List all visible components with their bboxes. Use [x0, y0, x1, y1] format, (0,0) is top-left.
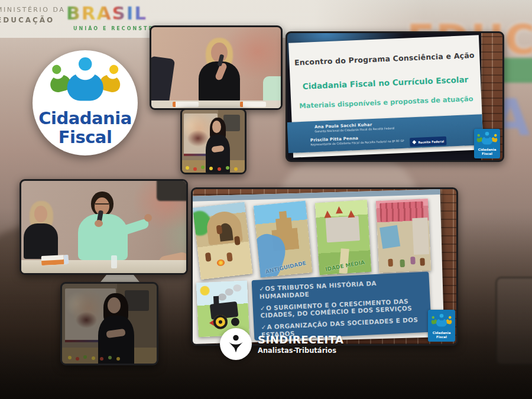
photo-interpreter-panel — [180, 108, 246, 174]
cidadania-people-icon — [431, 314, 452, 328]
cidadania-people-icon — [476, 132, 498, 146]
person-blue-icon — [436, 314, 447, 328]
speaker2-hand-shape — [144, 214, 152, 222]
bullet-text: O SURGIMENTO E O CRESCIMENTO DAS CIDADES… — [260, 297, 412, 319]
guest-torso-shape — [24, 223, 58, 259]
sindireceita-logo: SINDIRECEITA Analistas-Tributários — [220, 328, 374, 364]
glasses-shape — [95, 203, 109, 206]
history-card-middle-ages: IDADE MÉDIA — [315, 200, 371, 275]
cidadania-fiscal-mini-logo: Cidadania Fiscal — [428, 310, 455, 342]
interpreter-face-shape — [212, 121, 221, 133]
interpreter-face-shape — [108, 297, 121, 313]
guest-face-shape — [34, 206, 47, 222]
bullet-item: ✓OS TRIBUTOS NA HISTÓRIA DA HUMANIDADE — [259, 277, 423, 300]
slide-intro-panel: Encontro do Programa Consciência e Ação … — [286, 31, 504, 162]
presenter-1: Ana Paula Sacchi Kuhar Gerente Nacional … — [314, 121, 395, 133]
dark-corner-shape — [157, 179, 188, 201]
mic-hand-shape — [95, 220, 103, 227]
photo-speaker-scene — [151, 27, 281, 108]
interpreter-scene — [182, 110, 245, 173]
sindireceita-person-glyph — [225, 333, 247, 355]
figures-shape — [388, 259, 393, 267]
speaker2-torso-shape — [78, 214, 128, 260]
history-card-prehistory — [193, 202, 252, 280]
badge-line1: Cidadania — [33, 108, 138, 128]
person-blue-icon — [482, 132, 492, 146]
blue-structure-shape — [379, 225, 400, 249]
cidadania-fiscal-badge: Cidadania Fiscal — [33, 50, 138, 155]
interpreter2-scene — [62, 284, 157, 364]
mini-logo-line1: Cidadania — [474, 148, 500, 151]
photo-table-panel — [20, 179, 188, 275]
presenter-2: Priscila Pitta Penna Representante de Ci… — [310, 134, 404, 147]
ministry-line2: EDUCAÇÃO — [0, 16, 65, 24]
badge-line2: Fiscal — [33, 127, 138, 147]
slide-history-panel: ANTIGUIDADE IDADE MÉDIA — [191, 187, 458, 346]
sindireceita-emblem-icon — [220, 328, 252, 360]
name-card-shape — [41, 255, 69, 265]
receita-federal-emblem-icon — [412, 140, 416, 144]
presenters-banner: Ana Paula Sacchi Kuhar Gerente Nacional … — [287, 114, 484, 153]
history-card-antiquity: ANTIGUIDADE — [254, 201, 312, 278]
roof-shape — [347, 206, 355, 218]
slide-intro-title: Encontro do Programa Consciência e Ação — [289, 50, 479, 67]
path-shape — [339, 248, 349, 274]
ministry-line1: MINISTÉRIO DA — [0, 6, 65, 14]
brasil-gov-logo: BRASIL — [66, 2, 147, 24]
sindireceita-name: SINDIRECEITA — [258, 333, 344, 346]
interpreter-torso-shape — [206, 135, 229, 174]
water-glass-shape — [111, 255, 117, 268]
smoke-shape — [233, 284, 242, 292]
roof-shape — [335, 203, 343, 214]
cidadania-fiscal-mini-logo: Cidadania Fiscal — [474, 129, 500, 158]
train-wheel-shape — [213, 314, 228, 329]
bullet-item: ✓O SURGIMENTO E O CRESCIMENTO DAS CIDADE… — [260, 297, 424, 320]
receita-federal-label: Receita Federal — [418, 139, 444, 144]
equipment-shape — [223, 115, 240, 131]
table-card-shape — [240, 102, 266, 107]
interpreter-torso-shape — [98, 316, 134, 365]
mini-logo-line2: Fiscal — [474, 152, 500, 155]
sun-shape — [200, 286, 210, 296]
building-shape — [412, 218, 429, 255]
train-wheel-shape — [231, 317, 240, 326]
history-card-modern-city — [376, 199, 431, 273]
roof-shape — [323, 207, 331, 218]
campfire-shape — [216, 259, 225, 266]
ministry-label: MINISTÉRIO DA EDUCAÇÃO — [0, 6, 65, 24]
backdrop-ghost-panel — [495, 277, 532, 365]
mini-logo-line1: Cidadania — [428, 331, 455, 335]
mini-logo-line2: Fiscal — [428, 335, 455, 339]
bullet-text: OS TRIBUTOS NA HISTÓRIA DA HUMANIDADE — [259, 280, 377, 300]
check-icon: ✓ — [259, 285, 265, 292]
photo-interpreter2-panel — [60, 282, 158, 365]
slide-history-page: ANTIGUIDADE IDADE MÉDIA — [191, 189, 444, 344]
table-card-shape — [173, 102, 199, 107]
figures-shape — [205, 252, 212, 262]
event-collage: MINISTÉRIO DA EDUCAÇÃO BRASIL UNIÃO E RE… — [0, 0, 532, 399]
table-scene — [21, 181, 186, 273]
slide-intro-subheading: Materiais disponíveis e propostas de atu… — [291, 94, 481, 110]
slide-intro-page: Encontro do Programa Consciência e Ação … — [288, 35, 484, 157]
castle-shape — [325, 216, 360, 242]
photo-speaker-panel — [150, 25, 283, 110]
sindireceita-tagline: Analistas-Tributários — [258, 346, 336, 355]
flowers-row-shape — [68, 356, 72, 359]
person-blue-icon — [67, 57, 103, 106]
slide-intro-heading: Cidadania Fiscal no Currículo Escolar — [290, 74, 481, 91]
check-icon: ✓ — [260, 304, 266, 312]
cidadania-people-icon — [49, 57, 121, 106]
receita-federal-logo: Receita Federal — [410, 137, 447, 147]
